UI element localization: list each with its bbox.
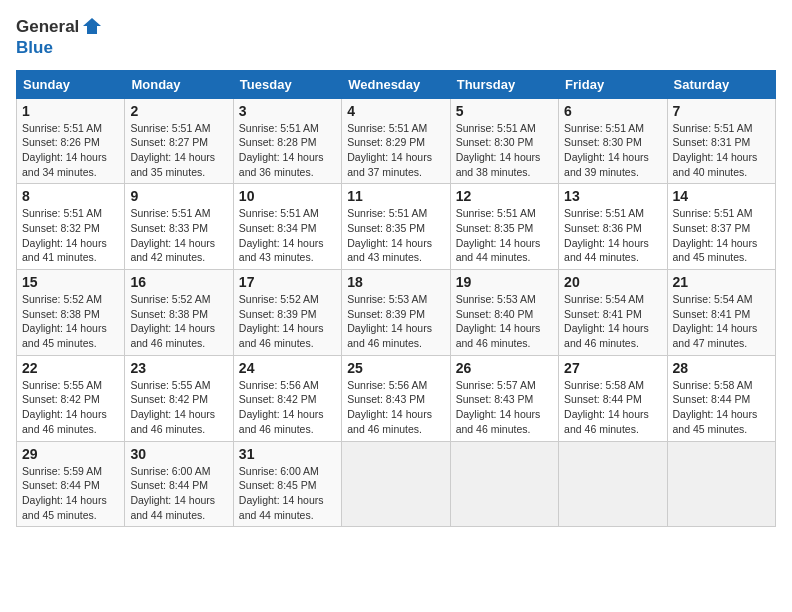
logo-blue: Blue (16, 38, 53, 58)
day-number: 21 (673, 274, 770, 290)
day-info: Sunrise: 5:51 AMSunset: 8:36 PMDaylight:… (564, 207, 649, 263)
day-number: 11 (347, 188, 444, 204)
page-header: General Blue (16, 16, 776, 58)
logo: General Blue (16, 16, 103, 58)
logo-bird-icon (81, 16, 103, 38)
day-number: 30 (130, 446, 227, 462)
day-info: Sunrise: 5:51 AMSunset: 8:26 PMDaylight:… (22, 122, 107, 178)
day-number: 5 (456, 103, 553, 119)
day-info: Sunrise: 5:53 AMSunset: 8:40 PMDaylight:… (456, 293, 541, 349)
calendar-cell: 18 Sunrise: 5:53 AMSunset: 8:39 PMDaylig… (342, 270, 450, 356)
calendar-cell: 4 Sunrise: 5:51 AMSunset: 8:29 PMDayligh… (342, 98, 450, 184)
calendar-cell (450, 441, 558, 527)
day-info: Sunrise: 5:59 AMSunset: 8:44 PMDaylight:… (22, 465, 107, 521)
calendar-cell: 12 Sunrise: 5:51 AMSunset: 8:35 PMDaylig… (450, 184, 558, 270)
day-info: Sunrise: 5:51 AMSunset: 8:32 PMDaylight:… (22, 207, 107, 263)
calendar-cell: 30 Sunrise: 6:00 AMSunset: 8:44 PMDaylig… (125, 441, 233, 527)
day-number: 23 (130, 360, 227, 376)
day-info: Sunrise: 5:51 AMSunset: 8:27 PMDaylight:… (130, 122, 215, 178)
header-sunday: Sunday (17, 70, 125, 98)
header-friday: Friday (559, 70, 667, 98)
day-info: Sunrise: 5:55 AMSunset: 8:42 PMDaylight:… (22, 379, 107, 435)
calendar-cell: 10 Sunrise: 5:51 AMSunset: 8:34 PMDaylig… (233, 184, 341, 270)
day-number: 27 (564, 360, 661, 376)
calendar-cell: 9 Sunrise: 5:51 AMSunset: 8:33 PMDayligh… (125, 184, 233, 270)
day-number: 17 (239, 274, 336, 290)
day-info: Sunrise: 5:51 AMSunset: 8:28 PMDaylight:… (239, 122, 324, 178)
calendar-week-3: 15 Sunrise: 5:52 AMSunset: 8:38 PMDaylig… (17, 270, 776, 356)
calendar-cell: 7 Sunrise: 5:51 AMSunset: 8:31 PMDayligh… (667, 98, 775, 184)
calendar-week-4: 22 Sunrise: 5:55 AMSunset: 8:42 PMDaylig… (17, 355, 776, 441)
calendar-table: SundayMondayTuesdayWednesdayThursdayFrid… (16, 70, 776, 528)
calendar-cell: 20 Sunrise: 5:54 AMSunset: 8:41 PMDaylig… (559, 270, 667, 356)
calendar-cell: 29 Sunrise: 5:59 AMSunset: 8:44 PMDaylig… (17, 441, 125, 527)
day-info: Sunrise: 5:56 AMSunset: 8:43 PMDaylight:… (347, 379, 432, 435)
day-info: Sunrise: 5:52 AMSunset: 8:38 PMDaylight:… (22, 293, 107, 349)
calendar-body: 1 Sunrise: 5:51 AMSunset: 8:26 PMDayligh… (17, 98, 776, 527)
calendar-cell: 24 Sunrise: 5:56 AMSunset: 8:42 PMDaylig… (233, 355, 341, 441)
calendar-cell: 15 Sunrise: 5:52 AMSunset: 8:38 PMDaylig… (17, 270, 125, 356)
calendar-cell: 2 Sunrise: 5:51 AMSunset: 8:27 PMDayligh… (125, 98, 233, 184)
logo-general: General (16, 17, 79, 37)
calendar-cell: 31 Sunrise: 6:00 AMSunset: 8:45 PMDaylig… (233, 441, 341, 527)
day-info: Sunrise: 5:58 AMSunset: 8:44 PMDaylight:… (564, 379, 649, 435)
header-saturday: Saturday (667, 70, 775, 98)
day-number: 22 (22, 360, 119, 376)
day-info: Sunrise: 6:00 AMSunset: 8:44 PMDaylight:… (130, 465, 215, 521)
day-number: 15 (22, 274, 119, 290)
calendar-cell: 3 Sunrise: 5:51 AMSunset: 8:28 PMDayligh… (233, 98, 341, 184)
day-number: 1 (22, 103, 119, 119)
day-info: Sunrise: 5:55 AMSunset: 8:42 PMDaylight:… (130, 379, 215, 435)
day-info: Sunrise: 5:56 AMSunset: 8:42 PMDaylight:… (239, 379, 324, 435)
day-number: 18 (347, 274, 444, 290)
calendar-cell: 23 Sunrise: 5:55 AMSunset: 8:42 PMDaylig… (125, 355, 233, 441)
day-number: 14 (673, 188, 770, 204)
calendar-cell: 27 Sunrise: 5:58 AMSunset: 8:44 PMDaylig… (559, 355, 667, 441)
day-number: 28 (673, 360, 770, 376)
day-info: Sunrise: 5:54 AMSunset: 8:41 PMDaylight:… (564, 293, 649, 349)
calendar-cell: 1 Sunrise: 5:51 AMSunset: 8:26 PMDayligh… (17, 98, 125, 184)
day-number: 3 (239, 103, 336, 119)
day-info: Sunrise: 5:51 AMSunset: 8:31 PMDaylight:… (673, 122, 758, 178)
calendar-cell: 22 Sunrise: 5:55 AMSunset: 8:42 PMDaylig… (17, 355, 125, 441)
day-number: 29 (22, 446, 119, 462)
day-number: 4 (347, 103, 444, 119)
calendar-cell: 8 Sunrise: 5:51 AMSunset: 8:32 PMDayligh… (17, 184, 125, 270)
day-number: 2 (130, 103, 227, 119)
day-info: Sunrise: 5:52 AMSunset: 8:38 PMDaylight:… (130, 293, 215, 349)
day-info: Sunrise: 5:51 AMSunset: 8:37 PMDaylight:… (673, 207, 758, 263)
calendar-week-2: 8 Sunrise: 5:51 AMSunset: 8:32 PMDayligh… (17, 184, 776, 270)
calendar-cell: 14 Sunrise: 5:51 AMSunset: 8:37 PMDaylig… (667, 184, 775, 270)
day-info: Sunrise: 6:00 AMSunset: 8:45 PMDaylight:… (239, 465, 324, 521)
day-info: Sunrise: 5:51 AMSunset: 8:30 PMDaylight:… (564, 122, 649, 178)
day-info: Sunrise: 5:54 AMSunset: 8:41 PMDaylight:… (673, 293, 758, 349)
header-tuesday: Tuesday (233, 70, 341, 98)
calendar-cell: 16 Sunrise: 5:52 AMSunset: 8:38 PMDaylig… (125, 270, 233, 356)
svg-marker-0 (83, 18, 101, 34)
calendar-week-1: 1 Sunrise: 5:51 AMSunset: 8:26 PMDayligh… (17, 98, 776, 184)
day-number: 16 (130, 274, 227, 290)
calendar-cell: 13 Sunrise: 5:51 AMSunset: 8:36 PMDaylig… (559, 184, 667, 270)
day-number: 6 (564, 103, 661, 119)
calendar-cell (342, 441, 450, 527)
header-wednesday: Wednesday (342, 70, 450, 98)
calendar-cell: 6 Sunrise: 5:51 AMSunset: 8:30 PMDayligh… (559, 98, 667, 184)
day-info: Sunrise: 5:52 AMSunset: 8:39 PMDaylight:… (239, 293, 324, 349)
day-number: 25 (347, 360, 444, 376)
day-number: 31 (239, 446, 336, 462)
calendar-week-5: 29 Sunrise: 5:59 AMSunset: 8:44 PMDaylig… (17, 441, 776, 527)
calendar-cell (667, 441, 775, 527)
calendar-cell: 5 Sunrise: 5:51 AMSunset: 8:30 PMDayligh… (450, 98, 558, 184)
day-number: 12 (456, 188, 553, 204)
day-number: 9 (130, 188, 227, 204)
calendar-cell: 26 Sunrise: 5:57 AMSunset: 8:43 PMDaylig… (450, 355, 558, 441)
day-number: 10 (239, 188, 336, 204)
day-number: 7 (673, 103, 770, 119)
calendar-cell: 25 Sunrise: 5:56 AMSunset: 8:43 PMDaylig… (342, 355, 450, 441)
calendar-cell (559, 441, 667, 527)
calendar-cell: 17 Sunrise: 5:52 AMSunset: 8:39 PMDaylig… (233, 270, 341, 356)
calendar-cell: 28 Sunrise: 5:58 AMSunset: 8:44 PMDaylig… (667, 355, 775, 441)
calendar-cell: 19 Sunrise: 5:53 AMSunset: 8:40 PMDaylig… (450, 270, 558, 356)
day-info: Sunrise: 5:51 AMSunset: 8:29 PMDaylight:… (347, 122, 432, 178)
day-number: 26 (456, 360, 553, 376)
